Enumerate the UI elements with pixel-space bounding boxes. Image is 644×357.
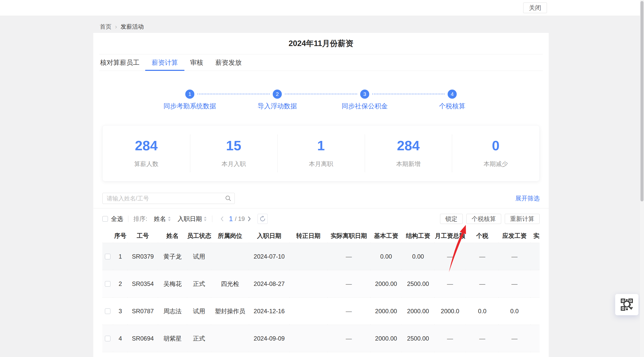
stat-value: 284 — [397, 139, 420, 152]
col-name-cell: 胡紫星 — [158, 325, 187, 352]
page-scrollbar[interactable] — [640, 0, 644, 357]
expand-filter-link[interactable]: 展开筛选 — [515, 194, 540, 202]
row-checkbox[interactable] — [105, 254, 110, 259]
pagination: 1 / 19 — [217, 214, 268, 224]
select-all-label: 全选 — [111, 215, 123, 223]
col-position-cell — [211, 325, 249, 352]
stat-item: 15本月入职 — [190, 125, 278, 181]
col-payable-salary-cell: 0.0 — [499, 298, 530, 325]
col-employee-status-cell: 试用 — [187, 243, 211, 270]
stat-label: 本期减少 — [484, 160, 508, 168]
current-page: 1 — [229, 215, 233, 223]
col-actual-salary-cell — [530, 270, 540, 298]
tab-bar: 核对算薪员工薪资计算审核薪资发放 — [99, 54, 543, 71]
col-actual-salary-cell — [530, 325, 540, 352]
col-name-cell: 周志法 — [158, 298, 187, 325]
col-structural-salary-cell: 0.00 — [402, 243, 434, 270]
tab-salary-payout[interactable]: 薪资发放 — [209, 54, 248, 71]
page-separator: / — [235, 215, 237, 222]
divider — [128, 216, 128, 222]
prev-page-button[interactable] — [217, 216, 226, 222]
refresh-button[interactable] — [258, 214, 268, 224]
row-checkbox[interactable] — [105, 281, 110, 287]
col-hire-date-cell: 2024-09-09 — [249, 325, 289, 352]
chevron-left-icon — [220, 216, 224, 222]
col-confirm-date-cell — [289, 298, 327, 325]
col-confirm-date: 转正日期 — [289, 229, 327, 243]
col-income-tax-cell: 0.0 — [466, 298, 499, 325]
sort-field-name[interactable]: 姓名 — [154, 215, 171, 223]
tab-verify-payroll-employees[interactable]: 核对算薪员工 — [100, 54, 146, 71]
stat-label: 本月入职 — [221, 160, 246, 168]
table-row: 1SR0379黄子龙试用2024-07-10—0.000.00——— — [102, 243, 540, 270]
salary-table: 序号工号姓名员工状态所属岗位入职日期转正日期实际离职日期基本工资结构工资月工资总… — [102, 229, 540, 352]
process-steps: 1同步考勤系统数据2导入浮动数据3同步社保公积金4个税核算 — [102, 71, 540, 117]
qr-scan-button[interactable] — [615, 294, 638, 315]
col-actual-leave-date-cell: — — [327, 298, 370, 325]
search-icon — [225, 195, 232, 202]
tab-salary-calculation[interactable]: 薪资计算 — [146, 54, 184, 71]
stat-value: 0 — [492, 139, 499, 152]
sort-field-hire-date[interactable]: 入职日期 — [178, 215, 207, 223]
breadcrumb: 首页 › 发薪活动 — [100, 23, 144, 31]
select-all-checkbox[interactable] — [102, 216, 108, 222]
row-select-cell — [102, 243, 113, 270]
table-row: 2SR0354吴梅花正式四光检2024-08-27—2000.002500.00… — [102, 270, 540, 298]
col-monthly-salary-total: 月工资总额 — [434, 229, 466, 243]
stats-card: 284算薪人数15本月入职1本月离职284本期新增0本期减少 — [102, 125, 540, 181]
col-hire-date: 入职日期 — [249, 229, 289, 243]
col-row-index-cell: 2 — [113, 270, 128, 298]
lock-button[interactable]: 锁定 — [440, 214, 463, 224]
page-title: 2024年11月份薪资 — [99, 33, 543, 54]
recalculate-button[interactable]: 重新计算 — [505, 214, 540, 224]
step-2-circle: 2 — [273, 90, 282, 99]
step-1-circle: 1 — [185, 90, 194, 99]
step-3-label[interactable]: 同步社保公积金 — [342, 102, 388, 111]
step-connector-line — [285, 94, 357, 94]
search-input[interactable] — [102, 193, 235, 204]
main-card: 2024年11月份薪资 核对算薪员工薪资计算审核薪资发放 1同步考勤系统数据2导… — [93, 33, 549, 357]
col-base-salary-cell: 2000.00 — [370, 325, 402, 352]
step-2-label[interactable]: 导入浮动数据 — [258, 102, 297, 111]
col-employee-id-cell: SR0354 — [128, 270, 158, 298]
breadcrumb-current: 发薪活动 — [121, 23, 144, 31]
col-monthly-salary-total-cell: 2000.0 — [434, 298, 466, 325]
col-position-cell — [211, 243, 249, 270]
row-select-cell — [102, 270, 113, 298]
close-button[interactable]: 关闭 — [523, 3, 547, 13]
step-4-label[interactable]: 个税核算 — [439, 102, 465, 111]
row-select-cell — [102, 298, 113, 325]
col-employee-id-cell: SR0787 — [128, 298, 158, 325]
row-select-cell — [102, 325, 113, 352]
qr-scan-icon — [620, 298, 633, 311]
stat-label: 本月离职 — [309, 160, 333, 168]
chevron-right-icon — [247, 216, 251, 222]
col-confirm-date-cell — [289, 243, 327, 270]
tax-calculation-button[interactable]: 个税核算 — [466, 214, 501, 224]
col-employee-status-cell: 试用 — [187, 298, 211, 325]
breadcrumb-home[interactable]: 首页 — [100, 23, 111, 31]
next-page-button[interactable] — [245, 216, 254, 222]
step-3-circle: 3 — [360, 90, 369, 99]
col-actual-leave-date: 实际离职日期 — [327, 229, 370, 243]
stat-divider — [277, 134, 278, 172]
col-row-index-cell: 1 — [113, 243, 128, 270]
col-structural-salary-cell: 2500.00 — [402, 325, 434, 352]
row-checkbox[interactable] — [105, 336, 110, 341]
scrollbar-thumb[interactable] — [640, 1, 643, 201]
col-structural-salary: 结构工资 — [402, 229, 434, 243]
stat-divider — [190, 134, 190, 172]
table-header-row: 序号工号姓名员工状态所属岗位入职日期转正日期实际离职日期基本工资结构工资月工资总… — [102, 229, 540, 243]
stat-value: 1 — [317, 139, 325, 152]
step-1-label[interactable]: 同步考勤系统数据 — [164, 102, 216, 111]
row-checkbox[interactable] — [105, 308, 110, 314]
sort-fields: 姓名入职日期 — [147, 215, 207, 223]
stat-label: 本期新增 — [396, 160, 421, 168]
col-monthly-salary-total-cell: — — [434, 270, 466, 298]
stat-item: 284算薪人数 — [103, 125, 190, 181]
col-base-salary: 基本工资 — [370, 229, 402, 243]
tab-review[interactable]: 审核 — [184, 54, 209, 71]
refresh-icon — [259, 216, 266, 222]
col-structural-salary-cell: 2000.00 — [402, 298, 434, 325]
col-actual-salary-cell — [530, 243, 540, 270]
